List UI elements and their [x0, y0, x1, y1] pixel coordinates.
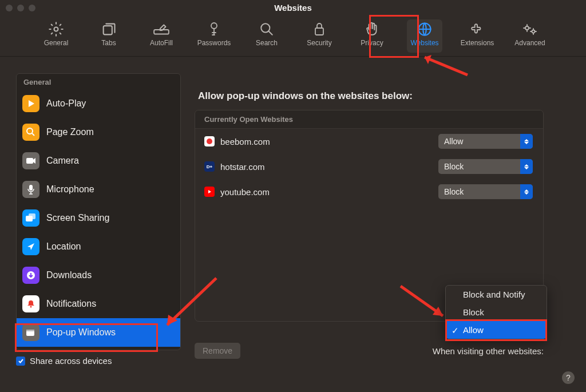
play-icon: [22, 95, 39, 112]
website-setting-select[interactable]: Allow: [438, 134, 533, 149]
gears-icon: [521, 19, 539, 39]
hand-icon: [365, 19, 379, 39]
sidebar-item-autoplay[interactable]: Auto-Play: [17, 89, 180, 118]
toolbar: General Tabs AutoFill Passwords Search S…: [0, 16, 586, 56]
tab-label: Search: [256, 39, 278, 47]
other-websites-label: When visiting other websites:: [250, 346, 544, 356]
select-arrows-icon: [520, 134, 533, 149]
tab-label: AutoFill: [150, 39, 173, 47]
sidebar-item-label: Location: [46, 241, 81, 252]
pencil-icon: [153, 19, 170, 39]
tab-label: Privacy: [361, 39, 383, 47]
tab-websites[interactable]: Websites: [407, 19, 442, 53]
svg-point-23: [207, 138, 212, 144]
sidebar-item-label: Page Zoom: [46, 127, 94, 137]
help-button[interactable]: ?: [562, 371, 575, 384]
sidebar-item-label: Auto-Play: [46, 98, 86, 109]
tab-tabs[interactable]: Tabs: [91, 19, 126, 53]
sidebar-item-label: Camera: [46, 156, 79, 166]
checkbox-checked-icon[interactable]: [16, 357, 25, 366]
sidebar-item-location[interactable]: Location: [17, 232, 180, 261]
tab-passwords[interactable]: Passwords: [196, 19, 232, 53]
tab-extensions[interactable]: Extensions: [460, 19, 495, 53]
svg-point-20: [30, 306, 32, 308]
svg-rect-13: [26, 158, 33, 164]
svg-marker-10: [425, 55, 431, 64]
sidebar-item-notifications[interactable]: Notifications: [17, 290, 180, 318]
sidebar-item-label: Downloads: [46, 270, 92, 280]
svg-marker-24: [208, 190, 211, 193]
dropdown-option-label: Allow: [463, 325, 484, 335]
sidebar-item-pagezoom[interactable]: Page Zoom: [17, 118, 180, 146]
tab-label: Passwords: [197, 39, 231, 47]
website-row[interactable]: youtube.com Block: [195, 179, 543, 204]
titlebar: Websites: [0, 0, 586, 16]
tab-autofill[interactable]: AutoFill: [144, 19, 179, 53]
tabs-icon: [101, 19, 117, 39]
sidebar-section-header: General: [17, 74, 180, 89]
svg-marker-18: [27, 243, 34, 250]
select-arrows-icon: [520, 159, 533, 174]
website-setting-select[interactable]: Block: [438, 184, 533, 199]
key-icon: [207, 19, 221, 39]
favicon-youtube: [204, 187, 215, 197]
sidebar-item-microphone[interactable]: Microphone: [17, 175, 180, 204]
website-domain: beebom.com: [220, 137, 270, 146]
svg-rect-17: [29, 213, 35, 219]
other-websites-dropdown[interactable]: Block and Notify Block ✓ Allow: [445, 285, 547, 339]
dropdown-option-allow[interactable]: ✓ Allow: [446, 321, 547, 339]
popup-icon: [22, 324, 39, 341]
tab-general[interactable]: General: [38, 19, 74, 53]
sidebar-item-label: Microphone: [46, 184, 94, 195]
microphone-icon: [22, 181, 39, 198]
remove-button[interactable]: Remove: [195, 343, 240, 359]
website-setting-select[interactable]: Block: [438, 159, 533, 174]
gear-icon: [48, 19, 64, 39]
tab-privacy[interactable]: Privacy: [354, 19, 390, 53]
setting-value: Block: [444, 187, 464, 196]
tab-label: Extensions: [461, 39, 494, 47]
favicon-beebom: [204, 136, 215, 146]
sidebar-item-label: Notifications: [46, 299, 96, 309]
favicon-hotstar: D+: [204, 161, 215, 172]
sidebar-item-screensharing[interactable]: Screen Sharing: [17, 204, 180, 232]
dropdown-option-block[interactable]: Block: [446, 303, 547, 321]
sidebar-item-camera[interactable]: Camera: [17, 146, 180, 175]
globe-icon: [417, 19, 433, 39]
share-label: Share across devices: [30, 356, 112, 366]
svg-point-3: [211, 23, 217, 29]
share-across-devices[interactable]: Share across devices: [16, 356, 181, 366]
location-icon: [22, 238, 39, 255]
setting-value: Allow: [444, 137, 463, 146]
tab-label: Security: [307, 39, 331, 47]
lock-icon: [312, 19, 326, 39]
setting-value: Block: [444, 162, 464, 171]
zoom-icon: [22, 124, 39, 141]
sidebar-item-label: Pop-up Windows: [46, 327, 116, 338]
dropdown-option-block-notify[interactable]: Block and Notify: [446, 286, 547, 303]
website-row[interactable]: beebom.com Allow: [195, 129, 543, 154]
tab-security[interactable]: Security: [302, 19, 337, 53]
camera-icon: [22, 152, 39, 169]
svg-marker-14: [33, 158, 35, 164]
website-domain: hotstar.com: [220, 162, 265, 172]
svg-point-0: [54, 27, 58, 31]
tab-advanced[interactable]: Advanced: [512, 19, 548, 53]
download-icon: [22, 267, 39, 284]
website-row[interactable]: D+ hotstar.com Block: [195, 154, 543, 179]
window-title: Websites: [0, 3, 586, 13]
question-icon: ?: [566, 373, 571, 382]
sidebar-item-label: Screen Sharing: [46, 213, 109, 223]
tab-label: General: [44, 39, 69, 47]
tab-search[interactable]: Search: [249, 19, 284, 53]
puzzle-icon: [470, 19, 485, 39]
sidebar-item-downloads[interactable]: Downloads: [17, 261, 180, 290]
tab-label: Websites: [410, 39, 438, 47]
tab-label: Advanced: [514, 39, 545, 47]
search-icon: [259, 19, 274, 39]
svg-rect-22: [26, 330, 34, 331]
svg-marker-11: [29, 100, 34, 107]
checkmark-icon: ✓: [452, 326, 459, 336]
main-header: Allow pop-up windows on the websites bel…: [195, 73, 575, 110]
sidebar-item-popupwindows[interactable]: Pop-up Windows: [17, 318, 180, 347]
